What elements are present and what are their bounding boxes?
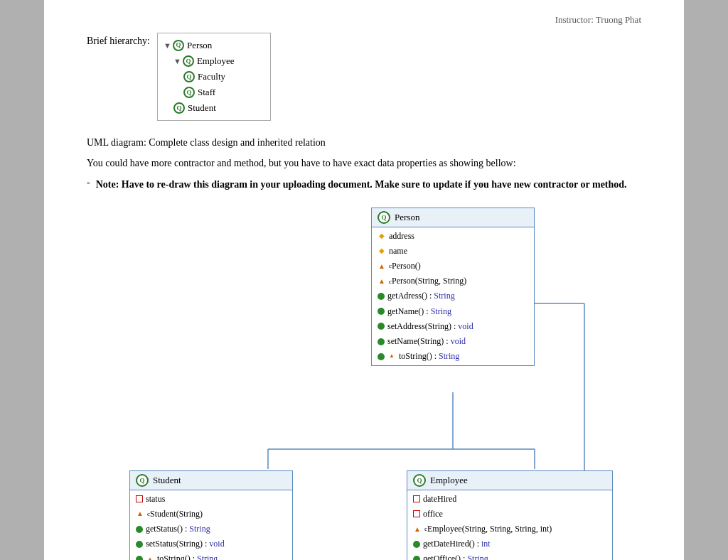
hierarchy-staff: Q Staff: [183, 85, 262, 100]
note-dash: -: [87, 177, 90, 188]
instructor-text: Instructor: Truong Phat: [555, 14, 641, 25]
employee-class-box: Q Employee dateHired office ▲ c Employee…: [407, 470, 613, 560]
student-ctor: ▲ c Student(String): [130, 507, 292, 522]
employee-field-office: office: [407, 507, 612, 522]
green-circle-icon: [413, 541, 420, 548]
student-label: Student: [188, 100, 216, 116]
person-class-box: Q Person ◆ address ◆ name ▲ c Person(): [371, 208, 535, 367]
brief-hierarchy-section: Brief hierarchy: ▼ Q Person ▼ Q Employee…: [87, 33, 641, 121]
person-icon: Q: [173, 40, 184, 51]
person-setAddress: setAddress(String) : void: [387, 320, 473, 333]
green-circle-icon: [136, 556, 143, 560]
employee-field-dateHired: dateHired: [407, 492, 612, 507]
hierarchy-box: ▼ Q Person ▼ Q Employee Q Faculty Q Staf…: [157, 33, 271, 121]
diamond-icon: ◆: [378, 232, 386, 240]
student-method-setStatus: setStatus(String) : void: [130, 537, 292, 551]
person-toString: toString() : String: [399, 350, 459, 363]
arrow-person: ▼: [164, 39, 171, 53]
person-class-name: Person: [395, 212, 419, 223]
hierarchy-employee: ▼ Q Employee: [173, 53, 262, 69]
employee-dateHired: dateHired: [423, 492, 456, 506]
student-class-name: Student: [153, 475, 181, 486]
green-circle-icon: [136, 541, 143, 548]
person-ctor1-name: Person(): [392, 259, 421, 273]
person-getName: getName() : String: [387, 305, 451, 318]
staff-label: Staff: [198, 85, 215, 100]
person-field-address: ◆ address: [372, 229, 534, 244]
triangle-icon: ▲: [136, 510, 144, 518]
green-circle-icon: [378, 293, 385, 300]
person-label: Person: [187, 38, 212, 53]
person-field-name: ◆ name: [372, 244, 534, 259]
employee-office: office: [423, 507, 443, 521]
triangle-icon: ▲: [378, 262, 386, 271]
employee-method-getOffice: getOffice() : String: [407, 551, 612, 560]
student-icon: Q: [173, 102, 185, 114]
faculty-icon: Q: [183, 71, 195, 82]
person-setName: setName(String) : void: [387, 335, 466, 348]
hierarchy-faculty: Q Faculty: [183, 69, 262, 85]
person-class-body: ◆ address ◆ name ▲ c Person() ▲ c Person…: [372, 227, 534, 366]
arrow-employee: ▼: [173, 55, 181, 68]
person-method-toString: ▲ toString() : String: [372, 349, 534, 364]
uml-diagram-area: Q Person ◆ address ◆ name ▲ c Person(): [87, 208, 641, 560]
green-circle-icon: [378, 353, 385, 360]
employee-class-header: Q Employee: [407, 471, 612, 490]
person-method-getAdress: getAdress() : String: [372, 289, 534, 303]
employee-getDateHired: getDateHired() : int: [423, 537, 491, 551]
student-class-box: Q Student status ▲ c Student(String) get…: [129, 470, 293, 560]
employee-class-name: Employee: [430, 475, 468, 486]
green-circle-icon: [378, 308, 385, 315]
employee-label: Employee: [197, 53, 235, 69]
student-method-getStatus: getStatus() : String: [130, 522, 292, 537]
triangle-icon: ▲: [413, 525, 422, 534]
red-square-icon: [136, 495, 143, 502]
person-ctor2-name: Person(String, String): [392, 274, 466, 288]
staff-icon: Q: [183, 87, 195, 98]
person-name: name: [389, 244, 407, 258]
student-ctor-name: Student(String): [150, 507, 203, 521]
triangle-icon: ▲: [387, 352, 396, 361]
hierarchy-student: Q Student: [173, 100, 262, 116]
person-getAdress: getAdress() : String: [387, 289, 455, 303]
person-method-getName: getName() : String: [372, 304, 534, 319]
person-class-header: Q Person: [372, 208, 534, 227]
employee-getOffice: getOffice() : String: [423, 552, 488, 560]
header-right: Instructor: Truong Phat: [87, 14, 641, 26]
employee-ctor: ▲ c Employee(String, String, String, int…: [407, 522, 612, 537]
page: Instructor: Truong Phat Brief hierarchy:…: [44, 0, 684, 560]
uml-intro-line2: You could have more contractor and metho…: [87, 156, 641, 171]
employee-class-icon: Q: [413, 474, 426, 487]
student-toString: toString() : String: [157, 552, 218, 560]
employee-method-getDateHired: getDateHired() : int: [407, 537, 612, 551]
green-circle-icon: [378, 323, 385, 330]
student-method-toString: ▲ toString() : String: [130, 551, 292, 560]
green-circle-icon: [136, 526, 143, 533]
triangle-icon: ▲: [146, 555, 154, 560]
student-status: status: [146, 492, 165, 506]
student-getStatus: getStatus() : String: [146, 522, 210, 536]
employee-ctor-name: Employee(String, String, String, int): [427, 522, 552, 536]
red-square-icon: [413, 510, 420, 517]
person-method-setName: setName(String) : void: [372, 334, 534, 349]
note-section: - Note: Have to re-draw this diagram in …: [87, 177, 641, 193]
red-square-icon: [413, 495, 420, 502]
person-class-icon: Q: [378, 211, 390, 224]
student-field-status: status: [130, 492, 292, 507]
faculty-label: Faculty: [198, 69, 225, 85]
brief-hierarchy-label: Brief hierarchy:: [87, 33, 150, 47]
uml-intro-line1: UML diagram: Complete class design and i…: [87, 135, 641, 151]
green-circle-icon: [413, 556, 420, 560]
triangle-icon: ▲: [378, 277, 386, 286]
employee-class-body: dateHired office ▲ c Employee(String, St…: [407, 490, 612, 560]
note-bold: Note: Have to re-draw this diagram in yo…: [96, 179, 627, 190]
person-method-setAddress: setAddress(String) : void: [372, 319, 534, 334]
person-ctor2: ▲ c Person(String, String): [372, 274, 534, 289]
student-class-icon: Q: [136, 474, 149, 487]
student-class-body: status ▲ c Student(String) getStatus() :…: [130, 490, 292, 560]
green-circle-icon: [378, 338, 385, 345]
note-text: Note: Have to re-draw this diagram in yo…: [96, 177, 627, 193]
diamond-icon: ◆: [378, 247, 386, 255]
hierarchy-person: ▼ Q Person: [164, 38, 262, 53]
person-ctor1: ▲ c Person(): [372, 259, 534, 274]
